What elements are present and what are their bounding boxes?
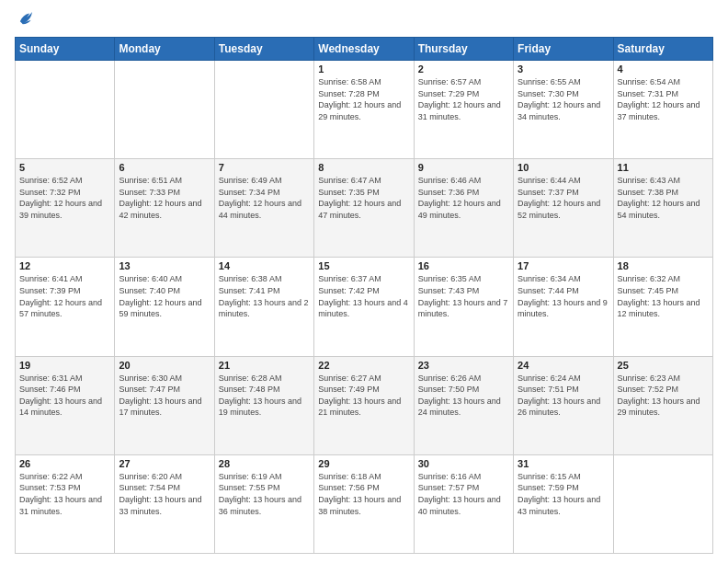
- day-number: 24: [518, 360, 609, 371]
- day-info: Sunrise: 6:38 AMSunset: 7:41 PMDaylight:…: [219, 273, 310, 319]
- day-number: 6: [119, 162, 210, 173]
- calendar-cell: 29Sunrise: 6:18 AMSunset: 7:56 PMDayligh…: [314, 454, 414, 553]
- day-info: Sunrise: 6:44 AMSunset: 7:37 PMDaylight:…: [518, 175, 609, 221]
- day-info: Sunrise: 6:20 AMSunset: 7:54 PMDaylight:…: [119, 471, 210, 517]
- page: SundayMondayTuesdayWednesdayThursdayFrid…: [0, 0, 728, 563]
- day-number: 5: [19, 162, 110, 173]
- day-info: Sunrise: 6:30 AMSunset: 7:47 PMDaylight:…: [119, 373, 210, 419]
- day-number: 1: [318, 63, 409, 75]
- calendar-cell: 10Sunrise: 6:44 AMSunset: 7:37 PMDayligh…: [514, 159, 613, 258]
- calendar-cell: [613, 454, 712, 553]
- calendar-cell: 14Sunrise: 6:38 AMSunset: 7:41 PMDayligh…: [214, 258, 313, 356]
- header: [15, 9, 713, 29]
- weekday-header: Friday: [514, 38, 613, 61]
- day-info: Sunrise: 6:19 AMSunset: 7:55 PMDaylight:…: [219, 471, 310, 517]
- calendar-table: SundayMondayTuesdayWednesdayThursdayFrid…: [15, 37, 713, 554]
- day-number: 2: [418, 63, 509, 75]
- day-number: 7: [219, 162, 310, 173]
- logo-bird-icon: [15, 9, 35, 29]
- calendar-cell: 17Sunrise: 6:34 AMSunset: 7:44 PMDayligh…: [514, 258, 613, 356]
- day-number: 13: [119, 260, 210, 271]
- day-number: 17: [518, 260, 609, 271]
- day-number: 8: [318, 162, 409, 173]
- calendar-cell: 24Sunrise: 6:24 AMSunset: 7:51 PMDayligh…: [514, 356, 613, 454]
- day-info: Sunrise: 6:24 AMSunset: 7:51 PMDaylight:…: [518, 373, 609, 419]
- day-info: Sunrise: 6:46 AMSunset: 7:36 PMDaylight:…: [418, 175, 509, 221]
- day-number: 27: [119, 458, 210, 469]
- day-number: 28: [219, 458, 310, 469]
- day-info: Sunrise: 6:47 AMSunset: 7:35 PMDaylight:…: [318, 175, 409, 221]
- weekday-header: Sunday: [16, 38, 115, 61]
- calendar-week-row: 1Sunrise: 6:58 AMSunset: 7:28 PMDaylight…: [16, 61, 713, 159]
- calendar-cell: [115, 61, 214, 159]
- calendar-cell: 21Sunrise: 6:28 AMSunset: 7:48 PMDayligh…: [214, 356, 313, 454]
- day-number: 18: [618, 260, 709, 271]
- calendar-cell: 26Sunrise: 6:22 AMSunset: 7:53 PMDayligh…: [16, 454, 115, 553]
- day-info: Sunrise: 6:34 AMSunset: 7:44 PMDaylight:…: [518, 273, 609, 319]
- calendar-cell: 16Sunrise: 6:35 AMSunset: 7:43 PMDayligh…: [414, 258, 513, 356]
- day-number: 3: [518, 63, 609, 75]
- day-number: 26: [19, 458, 110, 469]
- day-info: Sunrise: 6:28 AMSunset: 7:48 PMDaylight:…: [219, 373, 310, 419]
- weekday-header: Wednesday: [314, 38, 414, 61]
- day-number: 14: [219, 260, 310, 271]
- calendar-cell: 12Sunrise: 6:41 AMSunset: 7:39 PMDayligh…: [16, 258, 115, 356]
- day-info: Sunrise: 6:32 AMSunset: 7:45 PMDaylight:…: [618, 273, 709, 319]
- calendar-header-row: SundayMondayTuesdayWednesdayThursdayFrid…: [16, 38, 713, 61]
- calendar-cell: 31Sunrise: 6:15 AMSunset: 7:59 PMDayligh…: [514, 454, 613, 553]
- day-number: 10: [518, 162, 609, 173]
- day-info: Sunrise: 6:26 AMSunset: 7:50 PMDaylight:…: [418, 373, 509, 419]
- calendar-cell: 30Sunrise: 6:16 AMSunset: 7:57 PMDayligh…: [414, 454, 513, 553]
- day-info: Sunrise: 6:15 AMSunset: 7:59 PMDaylight:…: [518, 471, 609, 517]
- day-number: 4: [618, 63, 709, 75]
- day-number: 12: [19, 260, 110, 271]
- day-info: Sunrise: 6:55 AMSunset: 7:30 PMDaylight:…: [518, 76, 609, 122]
- day-number: 29: [318, 458, 409, 469]
- day-info: Sunrise: 6:52 AMSunset: 7:32 PMDaylight:…: [19, 175, 110, 221]
- day-info: Sunrise: 6:40 AMSunset: 7:40 PMDaylight:…: [119, 273, 210, 319]
- day-info: Sunrise: 6:41 AMSunset: 7:39 PMDaylight:…: [19, 273, 110, 319]
- day-info: Sunrise: 6:18 AMSunset: 7:56 PMDaylight:…: [318, 471, 409, 517]
- day-number: 21: [219, 360, 310, 371]
- day-number: 25: [618, 360, 709, 371]
- calendar-week-row: 19Sunrise: 6:31 AMSunset: 7:46 PMDayligh…: [16, 356, 713, 454]
- day-info: Sunrise: 6:37 AMSunset: 7:42 PMDaylight:…: [318, 273, 409, 319]
- calendar-cell: 13Sunrise: 6:40 AMSunset: 7:40 PMDayligh…: [115, 258, 214, 356]
- calendar-week-row: 12Sunrise: 6:41 AMSunset: 7:39 PMDayligh…: [16, 258, 713, 356]
- day-info: Sunrise: 6:43 AMSunset: 7:38 PMDaylight:…: [618, 175, 709, 221]
- day-info: Sunrise: 6:16 AMSunset: 7:57 PMDaylight:…: [418, 471, 509, 517]
- day-info: Sunrise: 6:49 AMSunset: 7:34 PMDaylight:…: [219, 175, 310, 221]
- calendar-cell: 4Sunrise: 6:54 AMSunset: 7:31 PMDaylight…: [613, 61, 712, 159]
- day-info: Sunrise: 6:22 AMSunset: 7:53 PMDaylight:…: [19, 471, 110, 517]
- weekday-header: Monday: [115, 38, 214, 61]
- day-number: 19: [19, 360, 110, 371]
- calendar-week-row: 26Sunrise: 6:22 AMSunset: 7:53 PMDayligh…: [16, 454, 713, 553]
- calendar-cell: 5Sunrise: 6:52 AMSunset: 7:32 PMDaylight…: [16, 159, 115, 258]
- calendar-cell: 23Sunrise: 6:26 AMSunset: 7:50 PMDayligh…: [414, 356, 513, 454]
- weekday-header: Saturday: [613, 38, 712, 61]
- weekday-header: Thursday: [414, 38, 513, 61]
- calendar-cell: 11Sunrise: 6:43 AMSunset: 7:38 PMDayligh…: [613, 159, 712, 258]
- logo: [15, 9, 39, 29]
- calendar-cell: 22Sunrise: 6:27 AMSunset: 7:49 PMDayligh…: [314, 356, 414, 454]
- day-number: 22: [318, 360, 409, 371]
- calendar-cell: 3Sunrise: 6:55 AMSunset: 7:30 PMDaylight…: [514, 61, 613, 159]
- calendar-cell: 2Sunrise: 6:57 AMSunset: 7:29 PMDaylight…: [414, 61, 513, 159]
- day-info: Sunrise: 6:35 AMSunset: 7:43 PMDaylight:…: [418, 273, 509, 319]
- calendar-cell: 19Sunrise: 6:31 AMSunset: 7:46 PMDayligh…: [16, 356, 115, 454]
- calendar-cell: 8Sunrise: 6:47 AMSunset: 7:35 PMDaylight…: [314, 159, 414, 258]
- calendar-cell: 9Sunrise: 6:46 AMSunset: 7:36 PMDaylight…: [414, 159, 513, 258]
- day-info: Sunrise: 6:27 AMSunset: 7:49 PMDaylight:…: [318, 373, 409, 419]
- day-info: Sunrise: 6:58 AMSunset: 7:28 PMDaylight:…: [318, 76, 409, 122]
- calendar-cell: [214, 61, 313, 159]
- day-number: 11: [618, 162, 709, 173]
- day-info: Sunrise: 6:23 AMSunset: 7:52 PMDaylight:…: [618, 373, 709, 419]
- calendar-cell: 18Sunrise: 6:32 AMSunset: 7:45 PMDayligh…: [613, 258, 712, 356]
- day-number: 20: [119, 360, 210, 371]
- calendar-week-row: 5Sunrise: 6:52 AMSunset: 7:32 PMDaylight…: [16, 159, 713, 258]
- calendar-cell: [16, 61, 115, 159]
- calendar-cell: 20Sunrise: 6:30 AMSunset: 7:47 PMDayligh…: [115, 356, 214, 454]
- day-number: 23: [418, 360, 509, 371]
- day-number: 16: [418, 260, 509, 271]
- calendar-cell: 6Sunrise: 6:51 AMSunset: 7:33 PMDaylight…: [115, 159, 214, 258]
